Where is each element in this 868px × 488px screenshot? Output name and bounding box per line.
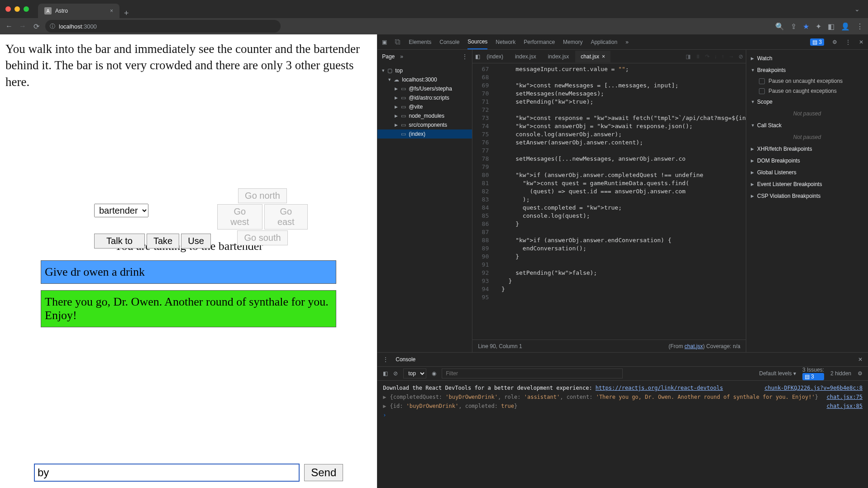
more-subtabs-icon[interactable]: »: [400, 53, 403, 60]
react-devtools-link[interactable]: https://reactjs.org/link/react-devtools: [596, 385, 723, 391]
go-south-button[interactable]: Go south: [237, 230, 287, 245]
event-bp-section[interactable]: ▶Event Listener Breakpoints: [746, 178, 868, 190]
log-source[interactable]: chunk-DFKQJ226.js?v=9e6b4e8c:8: [764, 385, 863, 391]
tab-sources[interactable]: Sources: [467, 35, 487, 49]
toggle-navigator-icon[interactable]: ◧: [475, 53, 480, 60]
editor-tab[interactable]: index.jsx: [543, 51, 575, 62]
log-source[interactable]: chat.jsx:75: [827, 394, 863, 400]
log-levels-select[interactable]: Default levels ▾: [759, 370, 796, 377]
share-icon[interactable]: ⇪: [791, 22, 796, 31]
step-over-icon[interactable]: ↷: [705, 53, 710, 60]
tab-close-button[interactable]: ×: [110, 8, 113, 14]
use-button[interactable]: Use: [181, 234, 211, 249]
new-tab-button[interactable]: +: [119, 9, 134, 18]
csp-bp-section[interactable]: ▶CSP Violation Breakpoints: [746, 190, 868, 202]
pause-icon[interactable]: ⏸: [695, 53, 701, 60]
tab-network[interactable]: Network: [496, 35, 515, 49]
tab-elements[interactable]: Elements: [409, 35, 431, 49]
scope-section[interactable]: ▼Scope: [746, 96, 868, 108]
window-maximize-button[interactable]: [24, 6, 29, 12]
chat-input[interactable]: [34, 464, 300, 482]
kebab-icon[interactable]: ⋮: [845, 39, 851, 45]
bp-caught-checkbox[interactable]: Pause on caught exceptions: [746, 86, 868, 96]
tab-list-button[interactable]: ⌄: [854, 5, 863, 13]
status-file-link[interactable]: chat.jsx: [685, 343, 703, 349]
extensions-icon[interactable]: ✦: [816, 22, 821, 31]
tab-application[interactable]: Application: [591, 35, 617, 49]
go-east-button[interactable]: Go east: [264, 204, 308, 230]
toggle-sidebar-icon[interactable]: ◨: [686, 53, 691, 60]
live-expression-icon[interactable]: ◉: [432, 370, 436, 377]
inspect-icon[interactable]: ▣: [382, 39, 387, 45]
editor-tab[interactable]: (index): [481, 51, 509, 62]
tab-memory[interactable]: Memory: [563, 35, 582, 49]
reload-button[interactable]: ⟳: [32, 22, 41, 31]
tree-folder[interactable]: ▶▭@id/astro:scripts: [377, 93, 472, 102]
clear-console-icon[interactable]: ⊘: [393, 370, 398, 377]
menu-icon[interactable]: ⋮: [856, 22, 863, 31]
back-button[interactable]: ←: [5, 22, 14, 30]
console-body[interactable]: Download the React DevTools for a better…: [377, 381, 868, 488]
breakpoints-section[interactable]: ▼Breakpoints: [746, 64, 868, 76]
log-source[interactable]: chat.jsx:85: [827, 403, 863, 409]
console-filter-input[interactable]: [442, 368, 623, 378]
global-listeners-section[interactable]: ▶Global Listeners: [746, 167, 868, 178]
dom-bp-section[interactable]: ▶DOM Breakpoints: [746, 155, 868, 167]
tree-folder[interactable]: ▶▭@fs/Users/stepha: [377, 84, 472, 93]
navigator-kebab-icon[interactable]: ⋮: [462, 53, 467, 60]
device-toolbar-icon[interactable]: ⿻: [395, 39, 401, 45]
drawer-kebab-icon[interactable]: ⋮: [383, 356, 388, 363]
tree-folder[interactable]: ▶▭@vite: [377, 102, 472, 111]
tree-host[interactable]: ▼☁localhost:3000: [377, 75, 472, 84]
issues-link[interactable]: 3 Issues: ▤ 3: [802, 367, 824, 380]
code-editor[interactable]: 67 68 69 70 71 72 73 74 75 76 77 78 79 8…: [472, 63, 746, 340]
take-button[interactable]: Take: [147, 234, 179, 249]
tree-folder[interactable]: ▶▭node_modules: [377, 111, 472, 120]
tree-file-index[interactable]: ▭(index): [377, 129, 472, 139]
site-info-icon[interactable]: ⓘ: [50, 23, 55, 30]
send-button[interactable]: Send: [304, 464, 343, 481]
expand-arrow-icon[interactable]: ▶: [383, 394, 386, 400]
window-minimize-button[interactable]: [14, 6, 20, 12]
side-panel-icon[interactable]: ◧: [828, 22, 835, 31]
profile-icon[interactable]: 👤: [841, 22, 850, 31]
deactivate-breakpoints-icon[interactable]: ⊘: [739, 53, 743, 60]
forward-button[interactable]: →: [18, 22, 27, 30]
more-tabs-icon[interactable]: »: [625, 39, 629, 45]
console-context-select[interactable]: top: [403, 368, 426, 378]
page-subtab[interactable]: Page: [382, 53, 395, 60]
step-into-icon[interactable]: ↓: [714, 53, 717, 60]
step-out-icon[interactable]: ↑: [721, 53, 724, 60]
go-west-button[interactable]: Go west: [217, 204, 262, 230]
console-prompt[interactable]: ›: [383, 411, 863, 420]
editor-tab-close-icon[interactable]: ×: [602, 53, 605, 60]
tab-performance[interactable]: Performance: [524, 35, 555, 49]
log-object[interactable]: {id: 'buyDrOwenDrink', completed: true}: [390, 403, 517, 409]
xhr-section[interactable]: ▶XHR/fetch Breakpoints: [746, 143, 868, 155]
step-icon[interactable]: →: [729, 53, 734, 60]
address-bar[interactable]: ⓘ localhost:3000: [45, 20, 281, 33]
editor-tab[interactable]: index.jsx: [510, 51, 542, 62]
console-drawer-tab[interactable]: Console: [396, 356, 415, 363]
log-object[interactable]: {completedQuest: 'buyDrOwenDrink', role:…: [390, 394, 818, 400]
editor-tab-active[interactable]: chat.jsx×: [575, 51, 610, 62]
search-icon[interactable]: 🔍: [775, 22, 784, 31]
bp-uncaught-checkbox[interactable]: Pause on uncaught exceptions: [746, 76, 868, 86]
talk-to-button[interactable]: Talk to: [94, 234, 145, 249]
tree-top[interactable]: ▼▢top: [377, 66, 472, 75]
close-drawer-icon[interactable]: ✕: [858, 356, 863, 363]
go-north-button[interactable]: Go north: [238, 188, 287, 203]
tree-folder[interactable]: ▶▭src/components: [377, 120, 472, 129]
close-devtools-icon[interactable]: ✕: [859, 39, 863, 45]
expand-arrow-icon[interactable]: ▶: [383, 403, 386, 409]
window-close-button[interactable]: [5, 6, 11, 12]
tab-console[interactable]: Console: [439, 35, 459, 49]
callstack-section[interactable]: ▼Call Stack: [746, 120, 868, 131]
settings-icon[interactable]: ⚙: [832, 39, 837, 45]
bookmark-icon[interactable]: ★: [803, 22, 809, 31]
watch-section[interactable]: ▶Watch: [746, 53, 868, 64]
target-select[interactable]: bartender: [94, 204, 148, 217]
issues-badge[interactable]: ▤ 3: [810, 38, 824, 46]
console-settings-icon[interactable]: ⚙: [858, 370, 863, 377]
browser-tab-astro[interactable]: A Astro ×: [38, 4, 119, 18]
